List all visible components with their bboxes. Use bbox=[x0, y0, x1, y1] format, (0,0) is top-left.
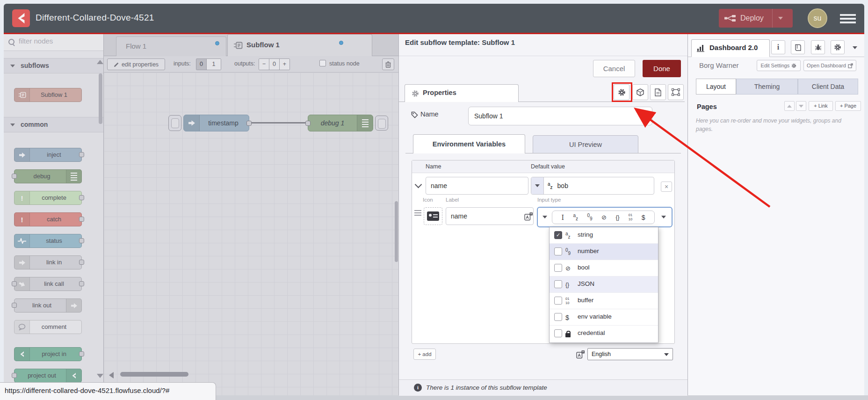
appearance-button[interactable] bbox=[668, 84, 684, 100]
user-avatar[interactable]: su bbox=[808, 8, 827, 28]
help-sidebar-button[interactable] bbox=[791, 40, 805, 54]
sidebar-options-chevron[interactable] bbox=[853, 46, 857, 49]
output-port[interactable] bbox=[79, 152, 84, 157]
move-up-button[interactable] bbox=[784, 101, 795, 111]
flowfuse-logo-icon[interactable] bbox=[12, 9, 30, 27]
module-properties-button[interactable] bbox=[632, 84, 648, 100]
tab-environment-variables[interactable]: Environment Variables bbox=[413, 134, 525, 153]
palette-category-subflows[interactable]: subflows bbox=[4, 58, 103, 73]
edit-properties-button[interactable]: edit properties bbox=[107, 58, 165, 70]
input-port[interactable] bbox=[305, 121, 311, 126]
output-port[interactable] bbox=[79, 195, 84, 200]
row-expand-chevron[interactable] bbox=[415, 181, 422, 189]
palette-node-status[interactable]: status bbox=[14, 234, 82, 248]
input-port[interactable] bbox=[12, 174, 17, 179]
checkbox[interactable] bbox=[554, 264, 562, 272]
cancel-button[interactable]: Cancel bbox=[593, 60, 635, 77]
config-nodes-button[interactable] bbox=[831, 40, 845, 54]
debug-sidebar-button[interactable] bbox=[811, 40, 825, 54]
inputs-1-option[interactable]: 1 bbox=[207, 59, 221, 70]
selected-types-pill[interactable]: I az 09 ⊘ {} 0110 $ bbox=[552, 211, 655, 224]
value-type-select[interactable] bbox=[531, 177, 544, 194]
filter-nodes-input[interactable] bbox=[18, 36, 94, 45]
canvas-node-timestamp[interactable]: timestamp bbox=[183, 115, 249, 131]
palette-node-debug[interactable]: debug bbox=[14, 169, 82, 183]
palette-node-link-call[interactable]: link call bbox=[14, 277, 82, 291]
palette-scroll-up-icon[interactable] bbox=[97, 60, 103, 64]
deploy-options-chevron[interactable] bbox=[772, 9, 783, 28]
deploy-button[interactable]: Deploy bbox=[719, 9, 793, 28]
translate-icon[interactable] bbox=[524, 212, 533, 221]
palette-node-link-in[interactable]: link in bbox=[14, 255, 82, 269]
open-dashboard-button[interactable]: Open Dashboard bbox=[803, 60, 856, 71]
tab-subflow-1[interactable]: Subflow 1 bbox=[227, 34, 372, 56]
tab-flow-1[interactable]: Flow 1 bbox=[116, 36, 226, 56]
remove-env-var-button[interactable]: × bbox=[661, 182, 672, 192]
env-var-icon-picker[interactable] bbox=[424, 207, 442, 225]
outputs-decrement-button[interactable]: − bbox=[259, 59, 269, 70]
checkbox[interactable] bbox=[554, 247, 562, 255]
type-option-credential[interactable]: credential bbox=[550, 326, 658, 342]
delete-subflow-button[interactable] bbox=[382, 58, 394, 70]
type-option-env-variable[interactable]: $ env variable bbox=[550, 309, 658, 326]
tab-dashboard-2[interactable]: Dashboard 2.0 bbox=[691, 39, 770, 57]
canvas-node-debug-1[interactable]: debug 1 bbox=[308, 115, 373, 131]
scroll-left-icon[interactable] bbox=[109, 372, 114, 378]
drag-handle-icon[interactable] bbox=[414, 210, 421, 217]
checkbox[interactable] bbox=[554, 280, 562, 288]
tab-theming[interactable]: Theming bbox=[736, 79, 798, 95]
add-link-button[interactable]: + Link bbox=[809, 101, 833, 111]
env-var-name-input[interactable] bbox=[426, 177, 528, 195]
outputs-increment-button[interactable]: + bbox=[280, 59, 289, 70]
type-option-bool[interactable]: ⊘ bool bbox=[550, 260, 658, 276]
output-port[interactable] bbox=[79, 217, 84, 222]
palette-node-link-out[interactable]: link out bbox=[14, 298, 82, 313]
canvas-horizontal-scrollbar[interactable] bbox=[120, 372, 188, 377]
output-port[interactable] bbox=[79, 260, 84, 265]
input-port[interactable] bbox=[12, 303, 17, 308]
palette-node-project-in[interactable]: project in bbox=[14, 347, 82, 361]
language-select[interactable]: English bbox=[587, 348, 673, 360]
edit-settings-button[interactable]: Edit Settings bbox=[757, 60, 801, 71]
type-option-string[interactable]: ✓ az string bbox=[550, 227, 658, 244]
inputs-0-option[interactable]: 0 bbox=[196, 59, 207, 70]
output-port[interactable] bbox=[246, 121, 252, 126]
canvas-vertical-scrollbar[interactable] bbox=[395, 201, 398, 262]
checkbox[interactable] bbox=[554, 297, 562, 305]
subflow-output-stub[interactable] bbox=[375, 116, 388, 131]
palette-scroll-down-icon[interactable] bbox=[97, 374, 103, 378]
input-port[interactable] bbox=[12, 281, 17, 286]
palette-node-comment[interactable]: comment bbox=[14, 320, 82, 334]
add-env-var-button[interactable]: + add bbox=[413, 349, 436, 360]
chevron-down-icon[interactable] bbox=[661, 216, 666, 218]
tab-ui-preview[interactable]: UI Preview bbox=[533, 135, 638, 153]
palette-node-catch[interactable]: ! catch bbox=[14, 212, 82, 226]
type-option-number[interactable]: 09 number bbox=[550, 244, 658, 260]
done-button[interactable]: Done bbox=[643, 60, 681, 77]
type-option-buffer[interactable]: 0110 buffer bbox=[550, 293, 658, 309]
env-var-label-input[interactable] bbox=[446, 207, 534, 225]
subflow-name-input[interactable] bbox=[468, 107, 652, 125]
type-list-chevron[interactable] bbox=[542, 216, 547, 218]
add-page-button[interactable]: + Page bbox=[835, 101, 861, 111]
checkbox-checked[interactable]: ✓ bbox=[554, 231, 562, 239]
main-menu-button[interactable] bbox=[840, 14, 856, 23]
input-port[interactable] bbox=[12, 373, 17, 378]
tab-layout[interactable]: Layout bbox=[696, 79, 736, 95]
move-down-button[interactable] bbox=[796, 101, 806, 111]
palette-node-complete[interactable]: ! complete bbox=[14, 191, 82, 205]
checkbox[interactable] bbox=[554, 313, 562, 321]
palette-category-common[interactable]: common bbox=[4, 117, 103, 132]
wire-timestamp-debug[interactable] bbox=[252, 122, 306, 124]
tab-properties[interactable]: Properties bbox=[405, 84, 519, 102]
palette-node-subflow-1[interactable]: Subflow 1 bbox=[14, 88, 82, 102]
env-var-value-text[interactable]: bob bbox=[557, 182, 568, 189]
description-button[interactable] bbox=[650, 84, 666, 100]
palette-scrollbar[interactable] bbox=[99, 73, 102, 124]
output-port[interactable] bbox=[79, 351, 84, 356]
output-port[interactable] bbox=[79, 281, 84, 286]
palette-node-project-out[interactable]: project out bbox=[14, 369, 82, 383]
info-sidebar-button[interactable]: i bbox=[771, 40, 785, 54]
type-option-json[interactable]: {} JSON bbox=[550, 276, 658, 293]
status-node-checkbox[interactable] bbox=[319, 60, 326, 66]
